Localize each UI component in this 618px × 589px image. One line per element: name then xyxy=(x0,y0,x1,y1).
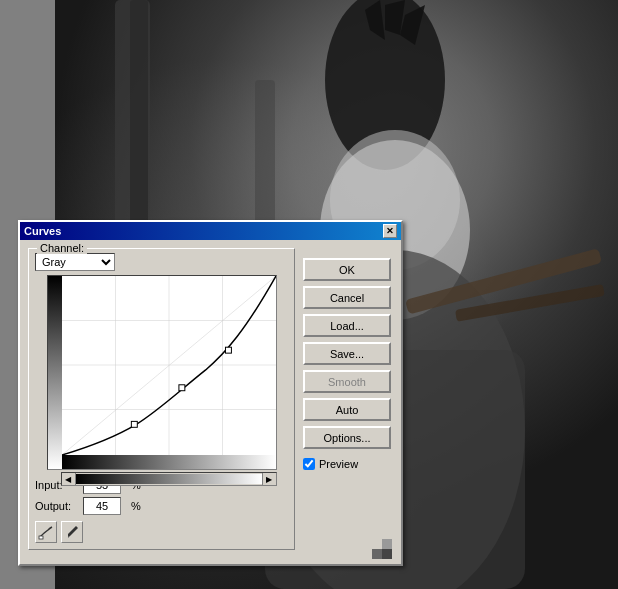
preview-row: Preview xyxy=(303,458,393,470)
close-button[interactable]: ✕ xyxy=(383,224,397,238)
output-row: Output: % xyxy=(35,497,288,515)
svg-rect-23 xyxy=(178,385,184,391)
curves-scrollbar[interactable]: ◀ ▶ xyxy=(61,472,277,486)
save-button[interactable]: Save... xyxy=(303,342,391,365)
dialog-title-bar: Curves ✕ xyxy=(20,222,401,240)
left-panel: Channel: Gray RGB Red Green Blue xyxy=(28,248,295,556)
options-button[interactable]: Options... xyxy=(303,426,391,449)
channel-select[interactable]: Gray RGB Red Green Blue xyxy=(35,253,115,271)
svg-rect-29 xyxy=(382,539,392,549)
channel-group: Channel: Gray RGB Red Green Blue xyxy=(28,248,295,550)
pencil-tool-icon xyxy=(64,524,80,540)
output-field[interactable] xyxy=(83,497,121,515)
scroll-left-btn[interactable]: ◀ xyxy=(62,473,76,485)
curve-tool-button[interactable] xyxy=(35,521,57,543)
cancel-button[interactable]: Cancel xyxy=(303,286,391,309)
svg-rect-30 xyxy=(382,549,392,559)
right-panel: OK Cancel Load... Save... Smooth Auto Op… xyxy=(303,248,393,556)
ok-button[interactable]: OK xyxy=(303,258,391,281)
svg-rect-22 xyxy=(131,421,137,427)
curves-canvas[interactable] xyxy=(47,275,277,470)
auto-button[interactable]: Auto xyxy=(303,398,391,421)
svg-marker-26 xyxy=(68,526,78,536)
dialog-content: Channel: Gray RGB Red Green Blue xyxy=(20,240,401,564)
gradient-left xyxy=(48,276,62,469)
tool-icons-row xyxy=(35,521,288,543)
output-label: Output: xyxy=(35,500,73,512)
pencil-tool-button[interactable] xyxy=(61,521,83,543)
output-percent: % xyxy=(131,500,141,512)
svg-rect-24 xyxy=(225,347,231,353)
svg-marker-27 xyxy=(68,536,70,538)
gradient-bottom xyxy=(62,455,276,469)
dialog-title: Curves xyxy=(24,225,61,237)
curves-dialog: Curves ✕ Channel: Gray RGB Red Green Blu… xyxy=(18,220,403,566)
svg-rect-28 xyxy=(372,549,382,559)
load-button[interactable]: Load... xyxy=(303,314,391,337)
preview-label: Preview xyxy=(319,458,358,470)
channel-legend: Channel: xyxy=(37,242,87,254)
curve-tool-icon xyxy=(38,524,54,540)
channel-row: Gray RGB Red Green Blue xyxy=(35,253,288,271)
smooth-button[interactable]: Smooth xyxy=(303,370,391,393)
curves-canvas-wrap: ◀ ▶ xyxy=(47,275,277,470)
scroll-right-btn[interactable]: ▶ xyxy=(262,473,276,485)
svg-rect-25 xyxy=(39,536,43,539)
preview-checkbox[interactable] xyxy=(303,458,315,470)
bottom-corner-icon[interactable] xyxy=(371,538,393,560)
curves-svg xyxy=(62,276,276,455)
scroll-track xyxy=(76,474,262,484)
